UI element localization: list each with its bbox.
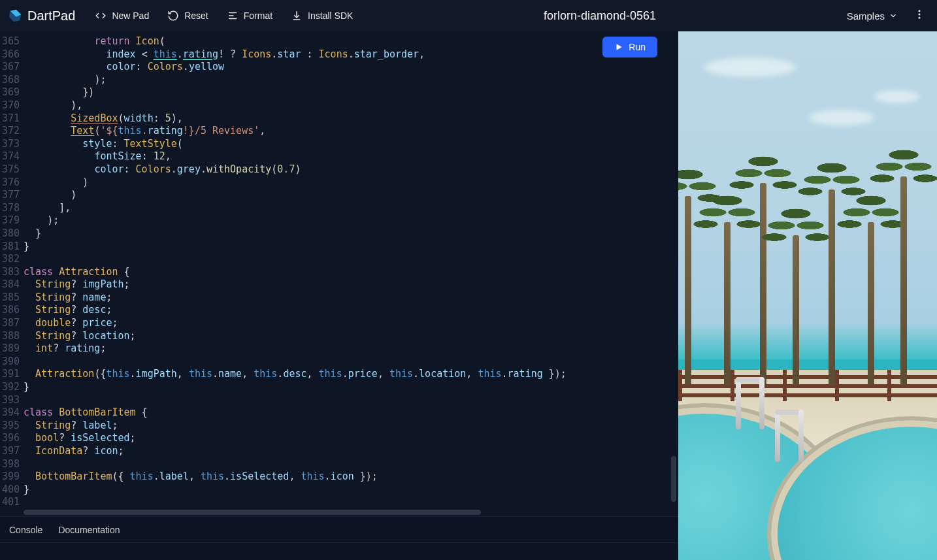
line-number: 395 xyxy=(0,420,20,433)
code-line[interactable]: style: TextStyle( xyxy=(24,138,678,151)
reset-button[interactable]: Reset xyxy=(161,6,215,25)
code-line[interactable]: Attraction({this.imgPath, this.name, thi… xyxy=(24,368,678,381)
pool-ladder xyxy=(731,377,770,429)
cloud xyxy=(704,58,796,77)
code-line[interactable] xyxy=(24,355,678,369)
code-line[interactable] xyxy=(24,458,678,471)
code-icon xyxy=(95,10,107,22)
code-line[interactable]: index < this.rating! ? Icons.star : Icon… xyxy=(24,48,678,61)
vertical-scrollbar-track[interactable] xyxy=(669,31,678,501)
line-number: 372 xyxy=(0,125,20,138)
logo[interactable]: DartPad xyxy=(8,8,75,24)
play-icon xyxy=(614,42,623,52)
code-line[interactable]: } xyxy=(24,227,678,240)
code-line[interactable]: class BottomBarItem { xyxy=(24,406,678,420)
line-number: 387 xyxy=(0,317,20,330)
code-line[interactable]: color: Colors.yellow xyxy=(24,61,678,74)
code-line[interactable]: fontSize: 12, xyxy=(24,150,678,163)
code-line[interactable]: IconData? icon; xyxy=(24,445,678,458)
svg-marker-9 xyxy=(617,44,622,50)
code-line[interactable]: color: Colors.grey.withOpacity(0.7) xyxy=(24,163,678,176)
code-line[interactable]: ); xyxy=(24,74,678,87)
code-content[interactable]: return Icon( index < this.rating! ? Icon… xyxy=(24,31,678,508)
line-number: 401 xyxy=(0,496,20,508)
main-area: Run 365366367368369370371372373374375376… xyxy=(0,31,937,560)
dartpad-logo-icon xyxy=(8,8,22,23)
line-number: 369 xyxy=(0,86,20,99)
code-line[interactable] xyxy=(24,394,678,407)
line-number: 377 xyxy=(0,189,20,202)
more-vert-icon xyxy=(913,8,925,20)
code-line[interactable]: ) xyxy=(24,176,678,189)
palm-tree xyxy=(724,222,731,386)
line-number: 391 xyxy=(0,368,20,381)
reset-icon xyxy=(167,10,179,22)
code-line[interactable]: String? name; xyxy=(24,291,678,305)
vertical-scrollbar-thumb[interactable] xyxy=(671,456,676,502)
line-number: 394 xyxy=(0,406,20,420)
code-line[interactable]: } xyxy=(24,484,678,497)
tab-console[interactable]: Console xyxy=(9,525,42,535)
line-number: 397 xyxy=(0,445,20,458)
palm-tree xyxy=(685,196,691,386)
app-name: DartPad xyxy=(27,8,75,24)
line-number: 378 xyxy=(0,202,20,215)
code-line[interactable]: class Attraction { xyxy=(24,266,678,279)
project-name[interactable]: forlorn-diamond-0561 xyxy=(544,9,656,23)
samples-dropdown[interactable]: Samples xyxy=(840,7,904,25)
new-pad-button[interactable]: New Pad xyxy=(88,6,156,25)
code-line[interactable]: BottomBarItem({ this.label, this.isSelec… xyxy=(24,470,678,484)
code-line[interactable]: String? location; xyxy=(24,330,678,343)
editor-pane: Run 365366367368369370371372373374375376… xyxy=(0,31,678,560)
line-number: 392 xyxy=(0,381,20,394)
code-line[interactable]: } xyxy=(24,240,678,254)
line-number: 368 xyxy=(0,74,20,87)
line-number: 366 xyxy=(0,48,20,61)
install-sdk-button[interactable]: Install SDK xyxy=(284,6,359,25)
palm-tree xyxy=(829,189,835,386)
code-line[interactable]: String? label; xyxy=(24,420,678,433)
more-menu-button[interactable] xyxy=(910,5,929,27)
format-button[interactable]: Format xyxy=(220,6,279,25)
palm-tree xyxy=(868,222,874,386)
code-editor[interactable]: 3653663673683693703713723733743753763773… xyxy=(0,31,678,508)
line-number: 384 xyxy=(0,278,20,291)
code-line[interactable]: }) xyxy=(24,86,678,99)
chevron-down-icon xyxy=(889,11,898,20)
app-header: DartPad New Pad Reset Format Install SDK… xyxy=(0,0,937,31)
horizontal-scrollbar-thumb[interactable] xyxy=(24,510,481,515)
code-line[interactable] xyxy=(24,253,678,266)
cloud xyxy=(874,90,920,103)
preview-fence xyxy=(678,370,937,401)
line-number: 367 xyxy=(0,61,20,74)
line-number: 390 xyxy=(0,355,20,369)
line-number: 380 xyxy=(0,227,20,240)
tab-documentation[interactable]: Documentation xyxy=(58,525,120,535)
cloud xyxy=(809,110,874,125)
code-line[interactable]: ); xyxy=(24,214,678,227)
download-icon xyxy=(291,10,303,22)
code-line[interactable]: String? desc; xyxy=(24,304,678,317)
code-line[interactable]: ) xyxy=(24,189,678,202)
code-line[interactable]: } xyxy=(24,381,678,394)
line-number: 376 xyxy=(0,176,20,189)
run-button[interactable]: Run xyxy=(602,37,657,58)
line-number: 374 xyxy=(0,150,20,163)
code-line[interactable]: int? rating; xyxy=(24,342,678,355)
code-line[interactable]: return Icon( xyxy=(24,35,678,48)
code-line[interactable]: String? imgPath; xyxy=(24,278,678,291)
line-number: 386 xyxy=(0,304,20,317)
horizontal-scrollbar-track[interactable] xyxy=(0,508,678,516)
line-number: 365 xyxy=(0,35,20,48)
line-number: 373 xyxy=(0,138,20,151)
line-number: 396 xyxy=(0,432,20,445)
status-bar xyxy=(0,542,678,560)
code-line[interactable]: Text('${this.rating!}/5 Reviews', xyxy=(24,125,678,138)
code-line[interactable]: ], xyxy=(24,202,678,215)
code-line[interactable] xyxy=(24,496,678,508)
line-number: 375 xyxy=(0,163,20,176)
code-line[interactable]: bool? isSelected; xyxy=(24,432,678,445)
code-line[interactable]: SizedBox(width: 5), xyxy=(24,112,678,125)
code-line[interactable]: double? price; xyxy=(24,317,678,330)
code-line[interactable]: ), xyxy=(24,99,678,112)
